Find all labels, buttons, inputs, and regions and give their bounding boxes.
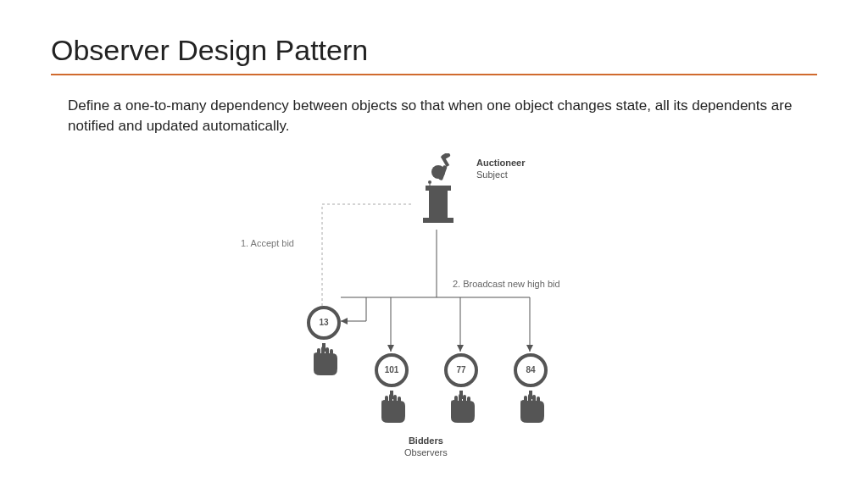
bidders-label-bold: Bidders	[404, 435, 448, 446]
svg-rect-17	[423, 218, 453, 223]
bidder-hand-icon	[378, 391, 409, 426]
svg-rect-28	[393, 395, 397, 402]
svg-rect-24	[330, 349, 333, 355]
svg-rect-23	[326, 347, 329, 355]
auctioneer-label-bold: Auctioneer	[476, 157, 525, 169]
observer-diagram: Auctioneer Subject 1. Accept bid 2. Broa…	[222, 153, 646, 450]
broadcast-label: 2. Broadcast new high bid	[453, 279, 560, 289]
svg-marker-9	[457, 345, 464, 352]
bidder-hand-icon	[517, 391, 548, 426]
svg-rect-34	[467, 396, 470, 402]
bidder-hand-icon	[310, 343, 341, 379]
svg-rect-39	[537, 396, 540, 402]
svg-marker-10	[526, 345, 533, 352]
bidder-number-3: 77	[456, 365, 465, 374]
bidder-paddle-3: 77	[444, 353, 478, 387]
svg-rect-26	[385, 396, 388, 402]
definition-text: Define a one-to-many dependency between …	[68, 96, 800, 136]
svg-rect-16	[429, 191, 448, 218]
bidder-number-4: 84	[526, 365, 535, 374]
auctioneer-label-normal: Subject	[476, 169, 508, 180]
svg-rect-38	[532, 395, 536, 402]
svg-marker-8	[387, 345, 394, 352]
bidder-number-1: 13	[319, 318, 328, 327]
bidder-paddle-1: 13	[307, 306, 341, 340]
svg-rect-32	[459, 394, 462, 402]
bidders-label: Bidders Observers	[404, 435, 448, 459]
svg-rect-37	[528, 394, 531, 402]
svg-rect-36	[524, 396, 527, 402]
slide-title: Observer Design Pattern	[51, 34, 817, 67]
auctioneer-icon	[413, 153, 464, 230]
svg-rect-31	[454, 396, 458, 402]
bidder-hand-icon	[448, 391, 478, 426]
svg-rect-33	[463, 395, 466, 402]
svg-point-18	[428, 180, 431, 184]
svg-rect-29	[398, 396, 401, 402]
svg-rect-22	[321, 347, 325, 355]
title-rule	[51, 74, 817, 75]
accept-bid-label: 1. Accept bid	[241, 238, 294, 248]
bidder-number-2: 101	[385, 365, 399, 374]
svg-rect-21	[317, 348, 320, 355]
bidders-label-normal: Observers	[404, 447, 448, 458]
svg-rect-27	[389, 394, 392, 402]
svg-rect-15	[426, 186, 451, 191]
auctioneer-label: Auctioneer Subject	[476, 157, 525, 181]
bidder-paddle-2: 101	[375, 353, 409, 387]
bidder-paddle-4: 84	[514, 353, 548, 387]
svg-marker-7	[341, 318, 348, 324]
